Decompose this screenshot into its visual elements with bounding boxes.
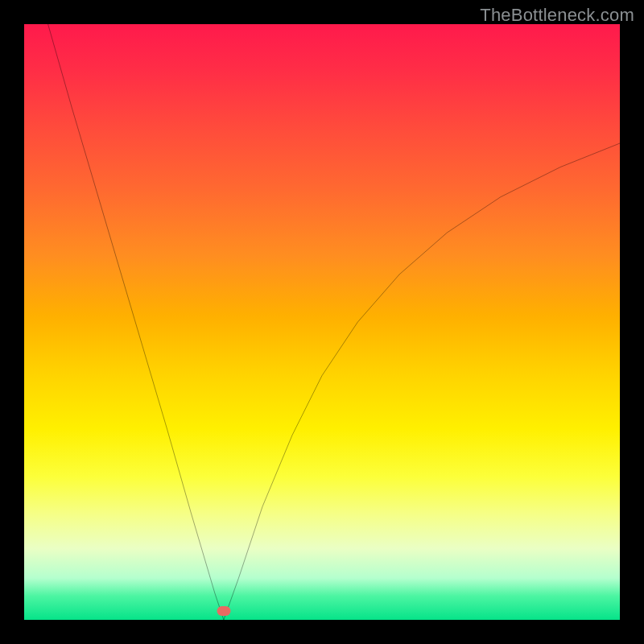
chart-area (24, 24, 620, 620)
watermark-text: TheBottleneck.com (480, 5, 634, 26)
curve-left-branch (48, 24, 224, 620)
bottleneck-curve (24, 24, 620, 620)
minimum-marker (217, 606, 230, 616)
curve-right-branch (224, 143, 620, 620)
